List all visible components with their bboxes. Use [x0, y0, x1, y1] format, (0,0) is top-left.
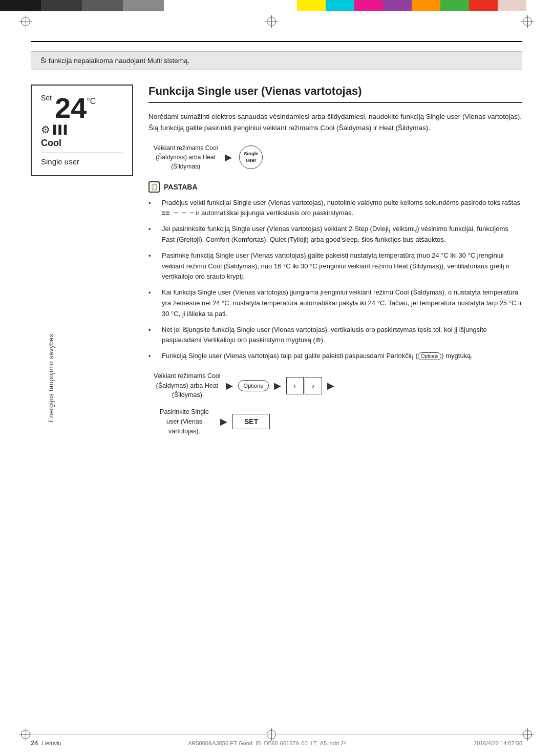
section-title: Funkcija Single user (Vienas vartotojas)	[148, 85, 522, 103]
set-label: Set	[41, 94, 52, 102]
arrow-icon-4: ▶	[327, 380, 334, 391]
degree-symbol: °C	[87, 97, 96, 106]
bullet-item-3: Pasirinkę funkciją Single user (Vienas v…	[148, 250, 522, 282]
color-bar	[469, 0, 498, 11]
footer-file-info: AR5000&A3050 ET Good_IB_DB68-06157A-00_L…	[188, 740, 347, 746]
color-bar	[326, 0, 354, 11]
color-bars	[0, 0, 553, 11]
bullet-item-2: Jei pasirinksite funkciją Single user (V…	[148, 224, 522, 245]
bullet-text-4: Kai funkcija Single user (Vienas vartoto…	[162, 287, 522, 319]
bullet-text-5: Net jei išjungsite funkciją Single user …	[162, 325, 522, 346]
footer-page: 24 Lietuvių	[31, 739, 61, 747]
options-inline-btn: Options	[418, 352, 441, 360]
color-bar	[383, 0, 412, 11]
set-row: Set 24 °C	[41, 94, 123, 122]
color-bar	[498, 0, 526, 11]
bottom-instructions: Veikiant režimams Cool(Šaldymas) arba He…	[154, 371, 522, 436]
bullet-text-3: Pasirinkę funkciją Single user (Vienas v…	[162, 250, 522, 282]
color-bar	[440, 0, 469, 11]
swing-btn-inline: ⊜	[315, 336, 321, 344]
page-label: Lietuvių	[42, 740, 61, 746]
bullet-item-6: Funkciją Single user (Vienas vartotojas)…	[148, 351, 522, 362]
arrow-icon-5: ▶	[220, 416, 227, 427]
temperature-display: 24 °C	[55, 94, 96, 122]
note-section: 📋 PASTABA Pradėjus veikti funkcijai Sing…	[148, 181, 522, 436]
step-1-label: Veikiant režimams Cool(Šaldymas) arba He…	[154, 143, 218, 171]
intro-text: Norėdami sumažinti elektros sąnaudas vės…	[148, 111, 522, 134]
note-header: 📋 PASTABA	[148, 181, 522, 193]
page-content: Ši funkcija nepalaikoma naudojant Multi …	[0, 31, 553, 736]
color-bar	[354, 0, 383, 11]
single-user-btn-label: Singleuser	[244, 151, 259, 163]
bullet-item-4: Kai funkcija Single user (Vienas vartoto…	[148, 287, 522, 319]
instr-row-2: Pasirinkite Singleuser (Vienasvartotojas…	[154, 407, 522, 436]
signal-bars-icon: ▌▌▌	[53, 125, 69, 134]
notice-text: Ši funkcija nepalaikoma naudojant Multi …	[40, 57, 189, 65]
color-bar	[41, 0, 82, 11]
instr-row-1: Veikiant režimams Cool(Šaldymas) arba He…	[154, 371, 522, 400]
footer-date: 2016/4/22 14:07:50	[474, 740, 522, 746]
bullet-text-2: Jei pasirinksite funkciją Single user (V…	[162, 224, 522, 245]
instruction-row-1: Veikiant režimams Cool(Šaldymas) arba He…	[154, 143, 522, 171]
bullet-item-5: Net jei išjungsite funkciją Single user …	[148, 325, 522, 346]
icons-row: ⚙ ▌▌▌	[41, 123, 123, 136]
single-user-label: Single user	[41, 157, 123, 166]
remote-divider	[41, 153, 123, 153]
nav-right-button[interactable]: ›	[305, 377, 322, 394]
arrow-icon-2: ▶	[226, 380, 233, 391]
set-button[interactable]: SET	[232, 414, 270, 429]
single-user-button[interactable]: Singleuser	[239, 145, 263, 169]
registration-mark-tl	[19, 15, 32, 28]
color-bar	[0, 0, 41, 11]
dash-pattern: ≡≡ ─ ─ ─	[162, 209, 194, 217]
note-header-text: PASTABA	[164, 183, 198, 191]
instr-label-3: Pasirinkite Singleuser (Vienasvartotojas…	[154, 407, 215, 436]
notice-box: Ši funkcija nepalaikoma naudojant Multi …	[31, 51, 522, 70]
top-divider	[31, 41, 522, 42]
right-panel: Funkcija Single user (Vienas vartotojas)…	[148, 85, 522, 443]
bullet-text-1: Pradėjus veikti funkcijai Single user (V…	[162, 198, 522, 219]
color-bars-left	[0, 0, 164, 11]
note-icon: 📋	[148, 181, 160, 193]
color-bar	[123, 0, 164, 11]
mode-label: Cool	[41, 138, 123, 149]
bullet-text-6: Funkciją Single user (Vienas vartotojas)…	[162, 351, 473, 362]
registration-mark-tr	[521, 15, 534, 28]
nav-left-button[interactable]: ‹	[286, 377, 304, 394]
bullet-list: Pradėjus veikti funkcijai Single user (V…	[148, 198, 522, 362]
color-bar	[412, 0, 440, 11]
remote-display: Set 24 °C ⚙ ▌▌▌ Cool Single user	[31, 85, 133, 176]
color-bar	[82, 0, 123, 11]
instr-label-2: Veikiant režimams Cool(Šaldymas) arba He…	[154, 371, 221, 400]
color-bar	[297, 0, 326, 11]
bullet-item-1: Pradėjus veikti funkcijai Single user (V…	[148, 198, 522, 219]
arrow-icon-1: ▶	[225, 152, 232, 163]
nav-buttons: ‹ ›	[286, 377, 322, 394]
page-number: 24	[31, 739, 38, 747]
color-bars-right	[297, 0, 553, 11]
temperature-value: 24	[55, 94, 87, 122]
options-button[interactable]: Options	[238, 380, 269, 391]
footer: 24 Lietuvių AR5000&A3050 ET Good_IB_DB68…	[31, 734, 522, 747]
main-layout: Set 24 °C ⚙ ▌▌▌ Cool Single user Funkcij…	[31, 85, 522, 443]
registration-mark-tc	[265, 15, 278, 28]
arrow-icon-3: ▶	[274, 380, 281, 391]
fan-icon: ⚙	[41, 123, 50, 136]
